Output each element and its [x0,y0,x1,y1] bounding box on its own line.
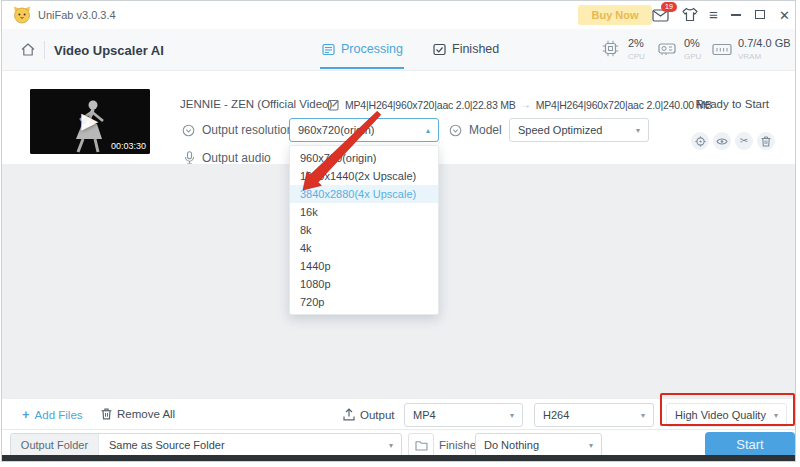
output-format-value: MP4 [413,409,436,421]
output-label-group: Output [343,408,395,421]
resolution-option[interactable]: 1920x1440(2x Upscale) [290,167,438,185]
mail-badge: 19 [661,2,677,12]
source-format: MP4|H264|960x720|aac 2.0|22.83 MB [345,99,516,111]
output-resolution-value: 960x720(origin) [298,124,374,136]
trash-icon [101,408,112,420]
model-select[interactable]: Speed Optimized ▾ [509,118,649,142]
maximize-icon [755,10,765,19]
bottom-toolbar: + Add Files Remove All Output MP4 ▾ [2,398,795,429]
model-icon [449,124,462,137]
status-text: Ready to Start [695,98,769,110]
gear-icon [695,136,706,147]
scissors-icon: ✂ [740,136,748,146]
app-logo-icon [12,5,32,25]
advanced-settings-button[interactable] [691,132,709,150]
resolution-dropdown-panel: 960x720(origin) 1920x1440(2x Upscale) 38… [289,145,439,315]
output-folder-value: Same as Source Folder [99,439,389,451]
output-resolution-select[interactable]: 960x720(origin) ▴ [289,118,439,142]
minimize-button[interactable] [731,14,741,16]
video-duration: 00:03:30 [111,141,146,151]
caret-up-icon: ▴ [426,126,430,135]
preview-button[interactable] [713,132,731,150]
active-tab-underline [320,67,404,69]
edit-title-icon[interactable] [327,98,340,111]
add-files-label: Add Files [35,409,83,421]
resolution-option[interactable]: 720p [290,293,438,311]
resolution-option-highlighted[interactable]: 3840x2880(4x Upscale) [290,185,438,203]
play-icon[interactable]: ▶ [81,107,98,133]
model-label-group: Model [449,123,502,137]
codec-select[interactable]: H264 ▾ [534,403,654,427]
home-button[interactable] [20,42,36,57]
output-label: Output [360,409,395,421]
export-icon [343,408,355,421]
gpu-usage-value: 0% [684,37,700,49]
resolution-option[interactable]: 1440p [290,257,438,275]
caret-down-icon: ▾ [510,411,514,420]
tab-finished-label: Finished [452,42,499,56]
footer-bar: Output Folder Same as Source Folder ▾ Fi… [2,429,795,458]
window-bottom-edge [2,455,795,461]
quality-select[interactable]: High Video Quality ▾ [666,403,787,427]
vram-usage-label: VRAM [738,52,761,61]
microphone-icon [184,151,195,165]
caret-down-icon: ▾ [774,411,778,420]
app-window: UniFab v3.0.3.4 Buy Now 19 ≡ ✕ [1,0,796,462]
title-bar: UniFab v3.0.3.4 Buy Now 19 ≡ ✕ [2,1,795,29]
output-audio-label-group: Output audio [184,151,271,165]
caret-down-icon: ▾ [636,126,640,135]
format-arrow-icon: → [521,99,531,110]
video-thumbnail[interactable]: ▶ 00:03:30 [30,89,150,154]
output-format-select[interactable]: MP4 ▾ [404,403,523,427]
merch-button[interactable] [682,7,698,22]
vram-icon [712,43,732,56]
resolution-option[interactable]: 1080p [290,275,438,293]
caret-down-icon: ▾ [641,411,645,420]
resolution-option[interactable]: 8k [290,221,438,239]
divider [44,41,45,59]
processing-list-icon [322,43,335,56]
buy-now-button[interactable]: Buy Now [578,5,652,25]
cpu-usage-label: CPU [628,52,645,61]
resolution-icon [182,124,195,137]
folder-icon [415,440,428,451]
resolution-option[interactable]: 960x720(origin) [290,149,438,167]
minimize-icon [731,14,741,16]
tshirt-icon [682,7,698,22]
app-title: UniFab v3.0.3.4 [38,9,116,21]
start-button[interactable]: Start [705,432,795,457]
menu-button[interactable]: ≡ [709,7,718,22]
file-title: JENNIE - ZEN (Official Video) [180,98,332,110]
finished-action-value: Do Nothing [484,439,539,451]
home-icon [20,42,36,57]
finished-check-icon [433,43,446,56]
browse-folder-button[interactable] [408,433,434,457]
resolution-option[interactable]: 4k [290,239,438,257]
tab-finished[interactable]: Finished [433,42,499,56]
caret-down-icon: ▾ [589,441,593,450]
eye-icon [716,137,728,146]
remove-all-label: Remove All [117,408,175,420]
tab-processing-label: Processing [341,42,403,56]
trim-button[interactable]: ✂ [735,132,753,150]
output-resolution-label: Output resolution [202,123,293,137]
output-folder-select[interactable]: Output Folder Same as Source Folder ▾ [10,433,402,457]
close-button[interactable]: ✕ [779,9,790,22]
format-info-row: MP4|H264|960x720|aac 2.0|22.83 MB → MP4|… [327,98,712,111]
output-folder-label: Output Folder [11,434,99,456]
vram-usage-value: 0.7/4.0 GB [738,37,791,49]
resolution-option[interactable]: 16k [290,203,438,221]
model-value: Speed Optimized [518,124,602,136]
add-files-button[interactable]: + Add Files [22,408,83,421]
remove-all-button[interactable]: Remove All [101,408,175,420]
tab-processing[interactable]: Processing [322,42,403,56]
target-format: MP4|H264|960x720|aac 2.0|240.00 MB [536,99,712,111]
codec-value: H264 [543,409,569,421]
caret-down-icon: ▾ [389,441,401,450]
delete-button[interactable] [757,132,775,150]
maximize-button[interactable] [755,10,765,19]
plus-icon: + [22,408,30,421]
output-resolution-label-group: Output resolution [182,123,293,137]
trash-icon [761,136,771,147]
finished-action-select[interactable]: Do Nothing ▾ [475,433,602,457]
